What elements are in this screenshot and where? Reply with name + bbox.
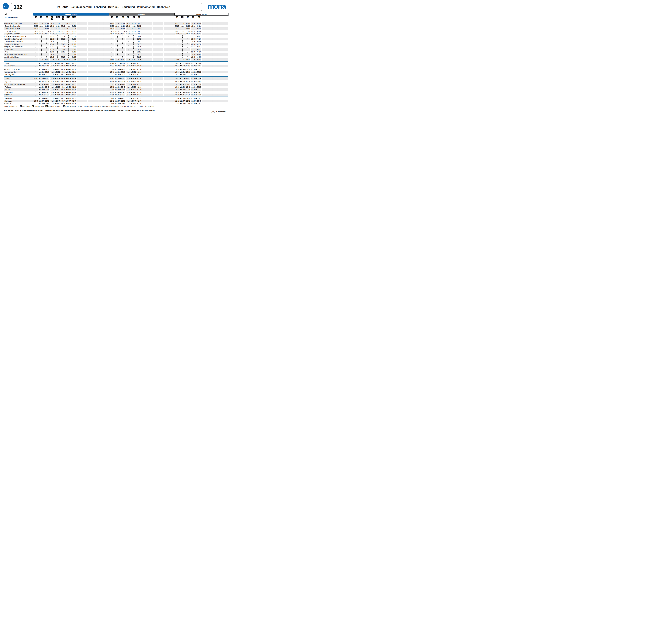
time-cell: 22.20: [120, 30, 125, 32]
exit-only-bullet-icon: [120, 66, 121, 67]
empty-cell: [202, 88, 207, 91]
time-cell: 23.37: [49, 83, 55, 86]
time-cell: 00.21: [61, 45, 66, 48]
empty-cell: [82, 38, 87, 40]
exit-only-bullet-icon: [72, 66, 72, 67]
time-cell: 23.11: [191, 25, 196, 27]
exit-only-bullet-icon: [72, 98, 72, 99]
departure-time: 22.46: [121, 94, 125, 96]
exit-only-bullet-icon: [175, 84, 175, 85]
empty-cell: [93, 100, 98, 102]
ast-logo: AST: [3, 3, 9, 9]
empty-cell: [77, 94, 82, 96]
departure-time: 00.47: [62, 100, 65, 102]
time-cell: 00.27: [196, 62, 201, 65]
non-stop-wavy-line: [35, 40, 36, 43]
time-cell: 23.21: [191, 45, 196, 48]
non-stop-wavy-line: [111, 53, 113, 56]
empty-cell: [218, 56, 223, 59]
timetable-page: AST 162 Hbf - ZUM - Schumacherring - Len…: [0, 0, 229, 162]
departure-time: 00.41: [132, 94, 136, 96]
non-stop-wavy-line: [122, 40, 123, 43]
empty-cell: [88, 25, 93, 27]
empty-cell: [93, 77, 98, 80]
departure-time: 22.43: [121, 86, 125, 88]
empty-cell: [218, 102, 223, 105]
time-cell: 20.42: [109, 62, 114, 65]
empty-cell: [82, 35, 87, 38]
departure-time: 21.36: [181, 81, 185, 83]
exit-only-bullet-icon: [39, 72, 39, 73]
wavy-cell: [33, 81, 38, 83]
empty-cell: [147, 81, 152, 83]
time-cell: 01.28: [136, 86, 141, 88]
time-cell: 01.15: [136, 56, 141, 59]
badge-line: nA: [62, 18, 64, 20]
time-cell: 20.28: [175, 27, 180, 30]
departure-time: 21.32: [40, 74, 43, 76]
exit-only-bullet-icon: [44, 74, 45, 75]
empty-cell: [223, 62, 228, 65]
wavy-cell: [44, 38, 49, 40]
empty-cell: [88, 86, 93, 88]
exit-only-bullet-icon: [44, 66, 45, 67]
empty-cell: [82, 97, 87, 100]
empty-cell: [153, 97, 158, 100]
empty-cell: [88, 45, 93, 48]
wavy-cell: [120, 38, 125, 40]
stop-cell: Kempten, Hbf (Steig Taxi): [4, 22, 33, 25]
time-cell: 21.30: [39, 68, 44, 71]
time-cell: 22.21: [44, 32, 49, 35]
time-cell: 21.32: [115, 73, 120, 76]
empty-cell: [207, 40, 212, 43]
time-cell: 22.35: [120, 68, 125, 71]
exit-only-bullet-icon: [115, 92, 115, 93]
time-cell: 01.30: [71, 91, 77, 94]
exit-only-bullet-icon: [120, 101, 121, 102]
time-cell: 01.22: [136, 73, 141, 76]
exit-only-bullet-icon: [110, 81, 110, 83]
stop-cell: Meggenried: [4, 94, 33, 96]
time-cell: 21.04: [109, 102, 114, 105]
empty-cell: [142, 91, 147, 94]
empty-cell: [104, 50, 109, 53]
departure-time: 22.37: [121, 74, 125, 76]
empty-cell: [153, 73, 158, 76]
empty-cell: [104, 32, 109, 35]
empty-cell: [218, 43, 223, 45]
time-cell: 01.06: [71, 32, 77, 35]
empty-cell: [142, 38, 147, 40]
time-cell: 21.47: [115, 100, 120, 102]
wavy-cell: [120, 48, 125, 50]
exit-only-bullet-icon: [180, 66, 181, 67]
wavy-cell: [66, 40, 71, 43]
wavy-cell: [33, 65, 38, 67]
time-cell: 23.13: [49, 27, 55, 30]
empty-cell: [202, 94, 207, 96]
exit-only-bullet-icon: [196, 74, 197, 75]
exit-only-bullet-icon: [115, 101, 115, 102]
empty-cell: [88, 56, 93, 59]
empty-cell: [77, 81, 82, 83]
non-stop-wavy-line: [182, 48, 183, 50]
time-cell: 00.45: [61, 97, 66, 100]
wavy-cell: [175, 35, 180, 38]
exit-only-bullet-icon: [196, 66, 197, 67]
time-cell: 00.30: [66, 68, 71, 71]
exit-only-bullet-icon: [126, 63, 126, 64]
empty-cell: [202, 40, 207, 43]
departure-time: 22.36: [186, 71, 190, 73]
departure-time: 01.37: [72, 100, 76, 102]
departure-time: 22.35: [45, 69, 49, 71]
empty-cell: [104, 86, 109, 88]
time-cell: 01.05: [136, 30, 141, 32]
empty-cell: [88, 32, 93, 35]
time-cell: 22.18: [185, 27, 191, 30]
departure-time: 00.41: [67, 94, 71, 96]
exit-only-bullet-icon: [44, 87, 45, 88]
note-badge-na: nA: [46, 16, 48, 18]
time-cell: 23.17: [49, 35, 55, 38]
time-cell: 00.26: [131, 59, 136, 61]
empty-cell: [153, 102, 158, 105]
departure-time: 22.46: [186, 94, 190, 96]
